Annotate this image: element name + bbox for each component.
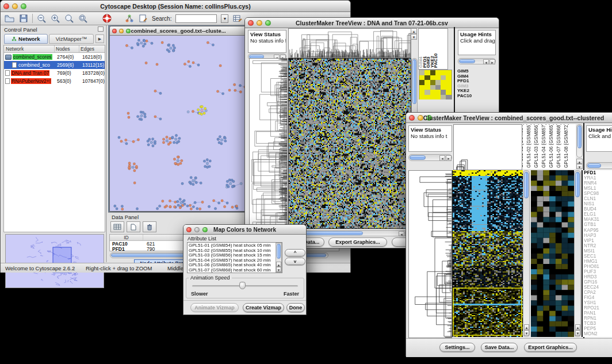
close-button[interactable] [248, 20, 254, 26]
scroll-down-arrow[interactable]: ▾ [411, 34, 417, 40]
network-table-row[interactable]: DNA and Tran 07769(0)183728(0) [4, 69, 105, 77]
attribute-list-vscrollbar[interactable]: ▴ ▾ [276, 243, 282, 273]
gene-label[interactable]: NIS1 [583, 201, 612, 206]
matrix-cell[interactable] [424, 90, 430, 95]
network-table-row[interactable]: RNAPuberNov2+!563(0)107847(0) [4, 77, 105, 85]
search-dropdown-arrow[interactable]: ▼ [221, 14, 228, 23]
gene-label[interactable]: RNR4 [583, 181, 612, 186]
network-table-row[interactable]: combined_scores2764(0)16218(0) [4, 53, 105, 61]
matrix-cell[interactable] [419, 85, 424, 90]
matrix-cell[interactable] [435, 80, 441, 85]
gene-label[interactable]: MSI1 [583, 248, 612, 254]
matrix-cell[interactable] [446, 75, 451, 81]
gene-label[interactable]: PEP5 [583, 326, 612, 331]
matrix-cell[interactable] [435, 75, 441, 81]
scroll-down-arrow[interactable]: ▾ [575, 330, 580, 336]
matrix-cell[interactable] [441, 95, 446, 100]
matrix-cell[interactable] [424, 80, 430, 85]
tabs-more-button[interactable]: ▶ [95, 35, 104, 43]
close-button[interactable] [409, 115, 415, 121]
close-button[interactable] [112, 29, 117, 33]
speed-slider-thumb[interactable] [239, 282, 246, 289]
col-header-nodes[interactable]: Nodes [55, 45, 79, 52]
tv1-global-heatmap[interactable] [288, 58, 411, 229]
gene-label[interactable]: TCB3 [583, 321, 612, 326]
gene-label[interactable]: SEC24 [583, 285, 612, 290]
matrix-cell[interactable] [419, 95, 424, 100]
tv1-column-dendrogram[interactable] [288, 28, 411, 58]
tv2-column-label[interactable]: GPL51-04 (GSM857) [541, 124, 546, 168]
attribute-select-button[interactable] [110, 221, 124, 232]
zoom-fit-icon[interactable] [78, 14, 88, 24]
tv1-zoom-matrix[interactable] [419, 70, 452, 99]
col-header-network[interactable]: Network [4, 45, 55, 52]
tv2-export-graphics---button[interactable]: Export Graphics... [524, 343, 577, 352]
tv2-zoom-vscrollbar[interactable]: ▴ ▾ [574, 170, 581, 337]
treeview2-titlebar[interactable]: ClusterMaker TreeView : combined_scores_… [406, 113, 612, 123]
tv2-labels-vscrollbar[interactable] [576, 124, 583, 158]
gene-label[interactable]: PHO81 [583, 264, 612, 269]
open-session-icon[interactable] [4, 14, 15, 23]
matrix-cell[interactable] [419, 90, 424, 95]
gene-label[interactable]: RPO21 [583, 305, 612, 311]
main-titlebar[interactable]: Cytoscape Desktop (Session Name: collins… [1, 1, 350, 12]
gene-label[interactable]: YSH1 [583, 300, 612, 305]
matrix-cell[interactable] [424, 75, 430, 81]
matrix-cell[interactable] [435, 85, 441, 90]
tv2-zoom-heatmap[interactable] [531, 170, 574, 337]
gene-label[interactable]: VIP1 [583, 238, 612, 243]
attribute-list-item[interactable]: GPL51-03 (GSM856) heat shock 15 min [189, 253, 281, 258]
matrix-cell[interactable] [430, 75, 435, 81]
gene-label[interactable]: HRD3 [583, 274, 612, 279]
tv2-column-label[interactable]: GPL51-07 (GSM868) [556, 124, 561, 168]
close-button[interactable] [186, 227, 192, 232]
id-column-header[interactable]: ID [110, 235, 143, 240]
close-button[interactable] [3, 3, 9, 9]
gene-label[interactable]: GPI16 [583, 279, 612, 285]
tv2-status-hscrollbar[interactable]: ◂ ▸ [408, 154, 452, 161]
gene-label[interactable]: RPN1 [583, 316, 612, 321]
gene-label[interactable]: MAK31 [583, 217, 612, 222]
scroll-up-arrow[interactable]: ▴ [411, 28, 417, 34]
attribute-list-item[interactable]: GPL51-07 (GSM868) heat shock 60 min [189, 268, 281, 273]
network-overview-thumbnail[interactable] [5, 234, 104, 288]
matrix-cell[interactable] [430, 70, 435, 75]
scrollbar-thumb[interactable] [459, 59, 475, 63]
tv2-heatmap-vscrollbar[interactable]: ▴ ▾ [523, 170, 530, 337]
zoom-out-icon[interactable] [37, 14, 47, 24]
save-session-icon[interactable] [19, 14, 28, 23]
matrix-cell[interactable] [446, 80, 451, 85]
gene-label[interactable]: ELG1 [583, 212, 612, 217]
scrollbar-thumb[interactable] [412, 59, 416, 104]
network-view-titlebar[interactable]: combined_scores_good.txt--cluste... [110, 26, 247, 36]
matrix-cell[interactable] [446, 85, 451, 90]
scroll-right-arrow[interactable]: ▸ [446, 155, 452, 161]
gene-label[interactable]: FIG4 [583, 295, 612, 300]
new-attribute-button[interactable] [127, 221, 140, 232]
scroll-down-arrow[interactable]: ▾ [576, 164, 583, 169]
gene-label[interactable]: CLN1 [583, 196, 612, 201]
node-tool-icon[interactable] [125, 14, 135, 23]
gene-label[interactable]: CPA2 [583, 290, 612, 295]
network-graph-canvas[interactable] [110, 36, 247, 211]
gene-label[interactable]: MSL1 [583, 186, 612, 191]
matrix-cell[interactable] [419, 70, 424, 75]
matrix-cell[interactable] [430, 90, 435, 95]
scroll-left-arrow[interactable]: ◂ [483, 59, 489, 64]
tv1-export-graphics---button[interactable]: Export Graphics... [328, 237, 387, 247]
matrix-cell[interactable] [441, 85, 446, 90]
matrix-cell[interactable] [424, 70, 430, 75]
scroll-up-arrow[interactable]: ▴ [575, 324, 580, 330]
tv2-hints-hscrollbar[interactable] [586, 162, 612, 169]
matrix-cell[interactable] [419, 75, 424, 81]
scroll-left-arrow[interactable]: ◂ [439, 155, 445, 161]
tv2-save-data---button[interactable]: Save Data... [481, 343, 518, 352]
gene-label[interactable]: GTB1 [583, 222, 612, 227]
attribute-list-item[interactable]: GPL51-01 (GSM854) heat shock 05 min [189, 243, 281, 248]
gene-label[interactable]: HAP3 [583, 233, 612, 238]
matrix-cell[interactable] [446, 90, 451, 95]
scrollbar-thumb[interactable] [410, 155, 426, 160]
gene-label[interactable]: NTR2 [583, 243, 612, 248]
treeview1-titlebar[interactable]: ClusterMaker TreeView : DNA and Tran 07-… [245, 18, 499, 28]
tv2-column-dendrogram[interactable] [453, 124, 522, 170]
